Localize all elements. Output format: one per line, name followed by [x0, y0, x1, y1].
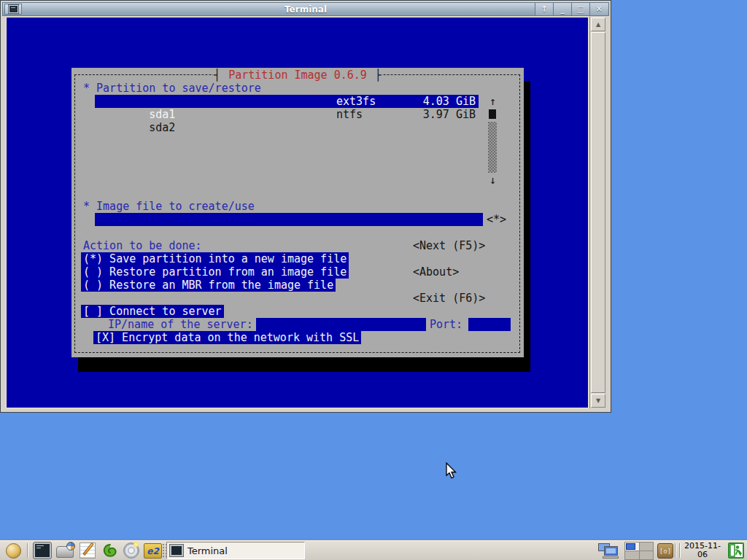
workspace-2[interactable] — [640, 542, 654, 551]
partition-size: 4.03 GiB — [423, 95, 476, 108]
launcher-terminal-icon[interactable] — [34, 542, 51, 559]
menu-button[interactable] — [6, 543, 21, 559]
partition-size: 3.97 GiB — [423, 108, 476, 121]
window-menu-button[interactable] — [4, 4, 22, 15]
image-file-label: * Image file to create/use — [83, 200, 255, 213]
scroll-down-icon[interactable]: ▼ — [591, 394, 605, 408]
action-label: Action to be done: — [83, 239, 202, 252]
launcher-browser-icon[interactable] — [102, 543, 120, 559]
minimize-button[interactable]: _ — [553, 3, 571, 15]
separator — [27, 543, 28, 558]
terminal-scrollbar[interactable]: ▲ ▼ — [589, 17, 606, 408]
window-title: Terminal — [3, 4, 608, 15]
launcher-editor-icon[interactable] — [80, 542, 96, 559]
monitor-icon — [604, 546, 618, 556]
close-button[interactable]: ✕ — [589, 3, 608, 15]
list-scrollbar-track[interactable] — [488, 122, 497, 173]
partition-row-sda1[interactable]: sda1 ext3fs 4.03 GiB — [95, 95, 479, 108]
launcher-drives-icon[interactable] — [56, 546, 74, 558]
workspace-4[interactable] — [640, 551, 654, 559]
pencil-icon — [82, 542, 93, 556]
snapshot-tray-icon[interactable]: [o] — [657, 543, 673, 559]
separator — [675, 543, 676, 558]
keyboard-icon — [603, 556, 619, 559]
mouse-cursor — [445, 462, 458, 483]
desktop: Terminal ↑ _ □ ✕ ▲ ▼ ┤ Partition Image 0… — [0, 0, 747, 560]
title-deco-right: ├ — [374, 69, 382, 82]
port-input[interactable]: 4025__ — [468, 318, 511, 331]
radio-restore-partition[interactable]: ( ) Restore partition from an image file — [81, 265, 349, 279]
launcher-cd-icon[interactable] — [123, 542, 139, 559]
partition-section-label: * Partition to save/restore — [83, 82, 261, 95]
workspace-pager[interactable] — [624, 542, 654, 560]
ssl-checkbox[interactable]: [X] Encrypt data on the network with SSL — [93, 331, 361, 344]
list-scroll-up-icon[interactable]: ↑ — [489, 95, 496, 108]
logout-icon[interactable] — [728, 542, 744, 559]
list-scrollbar-thumb[interactable] — [489, 109, 496, 119]
window-titlebar[interactable]: Terminal ↑ _ □ ✕ — [2, 2, 609, 16]
scroll-up-icon[interactable]: ▲ — [591, 18, 605, 31]
ip-input[interactable]: __________________________ — [256, 318, 426, 331]
ip-label: IP/name of the server: — [108, 318, 253, 331]
scrollbar-thumb[interactable] — [591, 32, 605, 393]
clock: 2015-11-06 21:57 — [680, 542, 725, 560]
partition-row-sda2[interactable]: sda2 ntfs 3.97 GiB — [95, 108, 479, 174]
setup-gear-icon — [66, 542, 75, 551]
glint-icon — [133, 542, 139, 547]
about-button[interactable]: <About> — [413, 265, 459, 279]
terminal-icon — [9, 5, 18, 13]
workspace-3[interactable] — [625, 551, 639, 559]
radio-restore-mbr[interactable]: ( ) Restore an MBR from the image file — [81, 279, 336, 292]
clock-date: 2015-11-06 — [680, 542, 725, 559]
partimage-dialog: ┤ Partition Image 0.6.9 ├ * Partition to… — [71, 68, 524, 357]
task-button-terminal[interactable]: Terminal — [166, 542, 305, 559]
file-browse-button[interactable]: <*> — [487, 213, 506, 226]
terminal-icon — [170, 545, 183, 556]
taskbar: e2 Terminal [o] 2015-11-06 21:57 — [0, 540, 747, 560]
maximize-button[interactable]: □ — [571, 3, 589, 15]
terminal-window: Terminal ↑ _ □ ✕ ▲ ▼ ┤ Partition Image 0… — [0, 0, 611, 413]
workspace-1[interactable] — [625, 542, 639, 551]
radio-save-partition[interactable]: (*) Save partition into a new image file — [81, 252, 349, 265]
network-tray-icon[interactable] — [598, 543, 623, 559]
image-file-input[interactable]: mi copia de seguridad___________________… — [95, 213, 483, 226]
connect-server-checkbox[interactable]: [ ] Connect to server — [81, 305, 224, 318]
launcher-e2-icon[interactable]: e2 — [144, 543, 162, 559]
fs-type: ext3fs — [336, 95, 376, 108]
fs-type: ntfs — [336, 108, 363, 121]
exit-button[interactable]: <Exit (F6)> — [413, 292, 485, 305]
shade-button[interactable]: ↑ — [535, 3, 553, 15]
title-deco-left: ┤ — [213, 69, 221, 82]
port-label: Port: — [430, 318, 462, 331]
dialog-title: ┤ Partition Image 0.6.9 ├ — [71, 69, 524, 82]
next-button[interactable]: <Next (F5)> — [413, 239, 485, 252]
list-scroll-down-icon[interactable]: ↓ — [489, 174, 496, 187]
